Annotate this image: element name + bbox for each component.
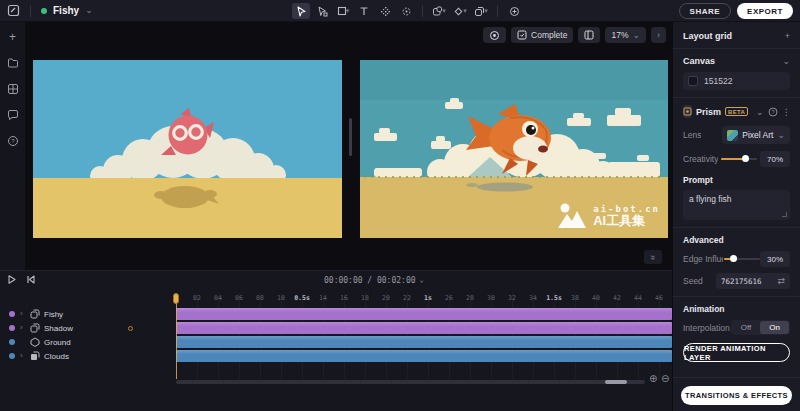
- help-icon[interactable]: ?: [6, 134, 19, 147]
- track-bar-clouds[interactable]: [176, 350, 672, 362]
- skip-to-start-button[interactable]: [25, 274, 36, 285]
- canvas-color-input[interactable]: 151522: [683, 72, 790, 90]
- shape-layers-tool[interactable]: ▾: [472, 3, 490, 19]
- creativity-slider[interactable]: [721, 158, 757, 160]
- ruler-tick-label: 10: [277, 294, 285, 302]
- divider: [422, 5, 423, 17]
- interpolation-off-option[interactable]: Off: [732, 321, 761, 334]
- prompt-textarea[interactable]: a flying fish: [683, 190, 790, 220]
- ruler-tick-label: 16: [340, 294, 348, 302]
- chevron-down-icon: ⌄: [632, 31, 640, 40]
- right-panel: Layout grid + Canvas ⌄ 151522 Prism BETA: [672, 22, 800, 411]
- move-tool[interactable]: [376, 3, 394, 19]
- folder-icon[interactable]: [6, 56, 19, 69]
- tool-palette: ▾ ▾ ▾ ▾: [292, 0, 523, 22]
- prism-help-icon[interactable]: ?: [768, 107, 778, 117]
- text-tool[interactable]: [355, 3, 373, 19]
- project-name[interactable]: Fishy: [53, 5, 79, 16]
- rotate-tool[interactable]: [397, 3, 415, 19]
- complete-button[interactable]: Complete: [511, 27, 573, 43]
- pages-panel-button[interactable]: [578, 27, 600, 43]
- creativity-slider-knob[interactable]: [742, 155, 749, 162]
- creativity-value[interactable]: 70%: [760, 151, 790, 167]
- seed-label: Seed: [683, 276, 703, 286]
- track-bar-ground[interactable]: [176, 336, 672, 348]
- add-layout-grid-button[interactable]: +: [785, 31, 790, 41]
- layer-row-shadow[interactable]: › Shadow: [0, 322, 172, 334]
- layer-row-fishy[interactable]: › Fishy: [0, 308, 172, 320]
- collapse-icon: »: [648, 254, 657, 259]
- play-button[interactable]: [6, 274, 17, 285]
- expand-chevron-icon[interactable]: ›: [20, 352, 23, 360]
- lens-dropdown[interactable]: Pixel Art ⌄: [722, 126, 790, 144]
- edge-influence-slider[interactable]: [724, 258, 760, 260]
- frame-rendered[interactable]: ai-bot.cn AI工具集: [360, 60, 668, 238]
- layout-grid-title: Layout grid: [683, 31, 732, 41]
- layer-name: Fishy: [44, 310, 63, 319]
- render-animation-layer-button[interactable]: RENDER ANIMATION LAYER: [683, 343, 790, 362]
- transitions-effects-button[interactable]: TRANSITIONS & EFFECTS: [681, 386, 792, 405]
- project-status-dot: [41, 8, 47, 14]
- shuffle-seed-icon[interactable]: ⇄: [777, 276, 785, 286]
- assets-icon[interactable]: [6, 82, 19, 95]
- seed-input[interactable]: 762175616 ⇄: [716, 273, 790, 289]
- rectangle-tool[interactable]: ▾: [334, 3, 352, 19]
- direct-select-tool[interactable]: [313, 3, 331, 19]
- canvas-split-handle[interactable]: [349, 118, 352, 156]
- timeline-scrollbar[interactable]: [176, 380, 645, 384]
- track-bar-shadow[interactable]: [176, 322, 672, 334]
- divider: [497, 5, 498, 17]
- canvas-color-swatch[interactable]: [688, 76, 698, 86]
- layer-row-clouds[interactable]: › Clouds: [0, 350, 172, 362]
- add-page-icon[interactable]: +: [6, 30, 19, 43]
- expand-chevron-icon[interactable]: ›: [20, 324, 23, 332]
- ruler-tick-label: 34: [529, 294, 537, 302]
- time-display[interactable]: 00:00:00 / 00:02:00 ⌄: [324, 276, 424, 285]
- prism-icon: [683, 105, 692, 118]
- component-tool[interactable]: ▾: [451, 3, 469, 19]
- zoom-level-dropdown[interactable]: 17% ⌄: [605, 27, 646, 43]
- next-frame-button[interactable]: ›: [651, 27, 666, 43]
- track-bar-fishy[interactable]: [176, 308, 672, 320]
- app-logo-icon[interactable]: [7, 4, 20, 17]
- share-button[interactable]: SHARE: [679, 3, 732, 19]
- canvas-viewport[interactable]: Complete 17% ⌄ ›: [25, 22, 672, 270]
- timeline-panel: 00:00:00 / 00:02:00 ⌄ 02040608100.5s1416…: [0, 270, 672, 411]
- edge-influence-value[interactable]: 30%: [760, 251, 790, 267]
- edge-influence-slider-knob[interactable]: [730, 255, 737, 262]
- playhead-line: [176, 295, 177, 379]
- frame-tool[interactable]: ▾: [430, 3, 448, 19]
- timeline-zoom-out-icon[interactable]: ⊖: [661, 374, 669, 384]
- select-tool[interactable]: [292, 3, 310, 19]
- interpolation-toggle: Off On: [731, 320, 790, 335]
- collapse-panel-button[interactable]: »: [644, 250, 662, 264]
- keyframe-indicator[interactable]: [128, 326, 133, 331]
- prism-collapse-chevron-icon[interactable]: ⌄: [756, 107, 764, 117]
- layer-row-ground[interactable]: Ground: [0, 336, 172, 348]
- layer-name: Ground: [44, 338, 71, 347]
- prism-menu-kebab-icon[interactable]: ⋮: [782, 107, 791, 117]
- ruler-tick-label: 28: [466, 294, 474, 302]
- expand-chevron-icon[interactable]: ›: [20, 310, 23, 318]
- export-button[interactable]: EXPORT: [737, 3, 793, 19]
- ruler-tick-label: 46: [655, 294, 663, 302]
- timeline-zoom-in-icon[interactable]: ⊕: [649, 374, 657, 384]
- frame-original[interactable]: [33, 60, 342, 238]
- copies-icon: [30, 351, 40, 361]
- record-button[interactable]: [483, 27, 506, 43]
- ruler-tick-label: 38: [571, 294, 579, 302]
- canvas-section-chevron-icon[interactable]: ⌄: [782, 56, 790, 66]
- resize-handle[interactable]: [782, 212, 787, 217]
- layer-color-dot: [9, 311, 15, 317]
- comments-icon[interactable]: [6, 108, 19, 121]
- ruler-tick-label: 18: [361, 294, 369, 302]
- prompt-value: a flying fish: [689, 194, 732, 204]
- timeline-ruler[interactable]: 02040608100.5s14161820221s26283032341.5s…: [176, 293, 672, 305]
- scrollbar-thumb[interactable]: [605, 380, 627, 384]
- add-plugin-tool[interactable]: [505, 3, 523, 19]
- playhead[interactable]: [173, 293, 179, 304]
- ruler-tick-label: 0.5s: [294, 294, 310, 302]
- ruler-tick-label: 42: [613, 294, 621, 302]
- interpolation-on-option[interactable]: On: [760, 321, 789, 334]
- project-menu-chevron-icon[interactable]: ⌄: [85, 6, 93, 15]
